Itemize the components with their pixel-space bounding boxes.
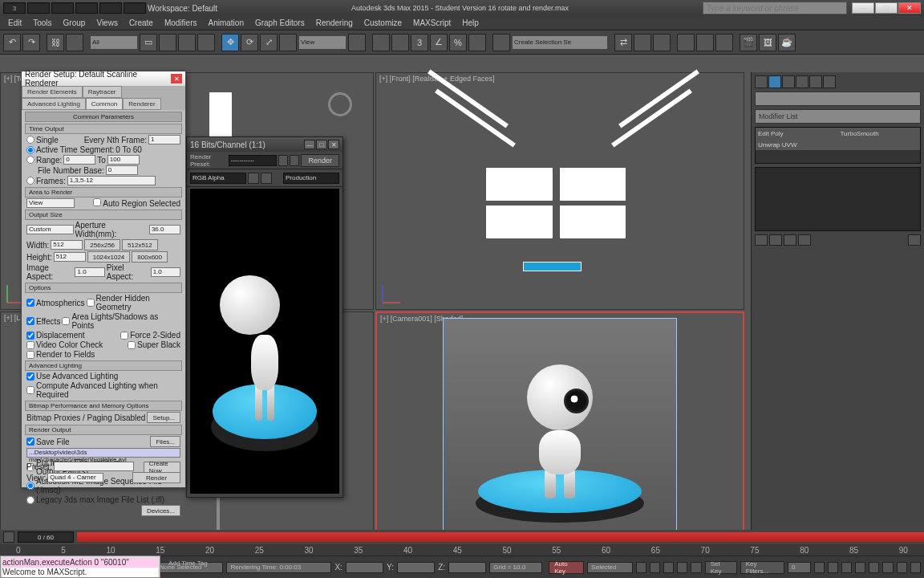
- goto-end-icon[interactable]: [691, 562, 701, 573]
- displacement-check[interactable]: [26, 332, 34, 340]
- curve-editor-icon[interactable]: [677, 34, 695, 51]
- manipulate-icon[interactable]: [372, 34, 390, 51]
- preset-256[interactable]: 256x256: [84, 239, 120, 250]
- devices-button[interactable]: Devices...: [141, 505, 180, 516]
- tab-render-elements[interactable]: Render Elements: [22, 86, 83, 98]
- angle-snap-icon[interactable]: ∠: [430, 34, 448, 51]
- move-icon[interactable]: ✥: [221, 34, 239, 51]
- menu-grapheditors[interactable]: Graph Editors: [250, 18, 310, 27]
- display-tab-icon[interactable]: [809, 75, 822, 88]
- rf-rgb-icon[interactable]: [248, 173, 259, 184]
- menu-views[interactable]: Views: [91, 18, 123, 27]
- legacy-radio[interactable]: [26, 496, 34, 504]
- modify-tab-icon[interactable]: [768, 75, 781, 88]
- fov-icon[interactable]: [869, 562, 879, 573]
- app-menu[interactable]: 3: [3, 2, 26, 14]
- pan-icon[interactable]: [882, 562, 893, 573]
- qat-redo[interactable]: [124, 2, 146, 14]
- keymode[interactable]: Selected: [587, 562, 633, 573]
- rf-min-icon[interactable]: —: [304, 140, 315, 149]
- render-hidden-check[interactable]: [87, 299, 95, 307]
- maximize-viewport-icon[interactable]: [910, 562, 921, 573]
- range-end[interactable]: 100: [107, 155, 140, 165]
- render-view[interactable]: Quad 4 - Camer: [47, 473, 103, 482]
- viewport-front[interactable]: [+] [Front] [Realistic + Edged Faces]: [375, 72, 744, 310]
- time-slider[interactable]: [77, 532, 924, 542]
- zoom-extents-icon[interactable]: [855, 562, 865, 573]
- timeline-toggle-icon[interactable]: [3, 531, 14, 543]
- use-adv-check[interactable]: [26, 372, 34, 381]
- active-seg-radio[interactable]: [26, 146, 34, 154]
- link-icon[interactable]: ⛓: [47, 34, 64, 51]
- hierarchy-tab-icon[interactable]: [782, 75, 795, 88]
- make-unique-icon[interactable]: [784, 234, 796, 246]
- minimize-button[interactable]: —: [852, 2, 874, 14]
- width-field[interactable]: 512: [51, 240, 83, 250]
- pin-stack-icon[interactable]: [755, 234, 768, 246]
- x-field[interactable]: [346, 562, 383, 573]
- menu-modifiers[interactable]: Modifiers: [160, 18, 202, 27]
- redo-icon[interactable]: ↷: [22, 34, 40, 51]
- ref-coord[interactable]: View: [298, 35, 346, 50]
- selection-filter[interactable]: All: [90, 35, 138, 50]
- range-start[interactable]: 0: [63, 155, 95, 165]
- img-aspect[interactable]: 1.0: [75, 267, 104, 277]
- menu-help[interactable]: Help: [457, 18, 484, 27]
- menu-animation[interactable]: Animation: [203, 18, 248, 27]
- unlink-icon[interactable]: [66, 34, 83, 51]
- tab-renderer[interactable]: Renderer: [123, 98, 160, 110]
- render-frame-icon[interactable]: 🖼: [759, 34, 776, 51]
- save-path[interactable]: ...Desktop\video\3ds max\character\rende…: [26, 448, 180, 458]
- files-button[interactable]: Files...: [150, 436, 180, 447]
- rf-render-button[interactable]: Render: [301, 154, 339, 167]
- next-frame-icon[interactable]: [677, 562, 687, 573]
- qat-open[interactable]: [51, 2, 74, 14]
- menu-maxscript[interactable]: MAXScript: [408, 18, 456, 27]
- menu-rendering[interactable]: Rendering: [311, 18, 358, 27]
- force2-check[interactable]: [120, 332, 128, 340]
- modifier-stack[interactable]: Edit PolyTurboSmooth Unwrap UVW: [755, 127, 921, 164]
- object-name-field[interactable]: [755, 92, 921, 106]
- setkey-button[interactable]: Set Key: [705, 561, 737, 574]
- modifier-list[interactable]: Modifier List: [755, 109, 921, 124]
- zoom-all-icon[interactable]: [841, 562, 852, 573]
- menu-edit[interactable]: Edit: [3, 18, 26, 27]
- rf-max-icon[interactable]: □: [316, 140, 327, 149]
- aperture-field[interactable]: 36.0: [149, 225, 180, 234]
- time-config-icon[interactable]: [814, 562, 825, 573]
- show-end-result-icon[interactable]: [769, 234, 782, 246]
- current-frame[interactable]: 0: [788, 562, 811, 573]
- menu-create[interactable]: Create: [124, 18, 158, 27]
- render-icon[interactable]: ☕: [778, 34, 796, 51]
- pivot-icon[interactable]: [348, 34, 366, 51]
- render-setup-icon[interactable]: 🎬: [740, 34, 757, 51]
- render-button[interactable]: Render: [132, 472, 180, 483]
- rf-preset[interactable]: -----------: [229, 155, 277, 166]
- effects-check[interactable]: [26, 317, 34, 325]
- play-icon[interactable]: [663, 562, 674, 573]
- rotate-icon[interactable]: ⟳: [241, 34, 258, 51]
- utilities-tab-icon[interactable]: [823, 75, 836, 88]
- maximize-button[interactable]: □: [875, 2, 898, 14]
- compute-adv-check[interactable]: [26, 386, 34, 394]
- time-ruler[interactable]: 051015202530354045505560657075808590: [0, 544, 924, 556]
- menu-customize[interactable]: Customize: [359, 18, 407, 27]
- super-black-check[interactable]: [128, 341, 136, 349]
- mirror-icon[interactable]: ⇄: [614, 34, 632, 51]
- file-num-base[interactable]: 0: [106, 165, 138, 175]
- motion-tab-icon[interactable]: [796, 75, 808, 88]
- workspace-selector[interactable]: Workspace: Default: [148, 4, 217, 13]
- select-name-icon[interactable]: [159, 34, 176, 51]
- auto-region-check[interactable]: [93, 198, 101, 206]
- align-icon[interactable]: [634, 34, 651, 51]
- frame-indicator[interactable]: 0 / 60: [18, 531, 74, 543]
- create-tab-icon[interactable]: [755, 75, 768, 88]
- preset-field[interactable]: [54, 462, 134, 471]
- timeline[interactable]: 0 / 60: [0, 530, 924, 544]
- select-region-icon[interactable]: [178, 34, 196, 51]
- zoom-icon[interactable]: [828, 562, 838, 573]
- spinner-snap-icon[interactable]: [468, 34, 486, 51]
- help-search[interactable]: [703, 2, 847, 14]
- select-icon[interactable]: ▭: [140, 34, 157, 51]
- rf-alpha-icon[interactable]: [261, 173, 272, 184]
